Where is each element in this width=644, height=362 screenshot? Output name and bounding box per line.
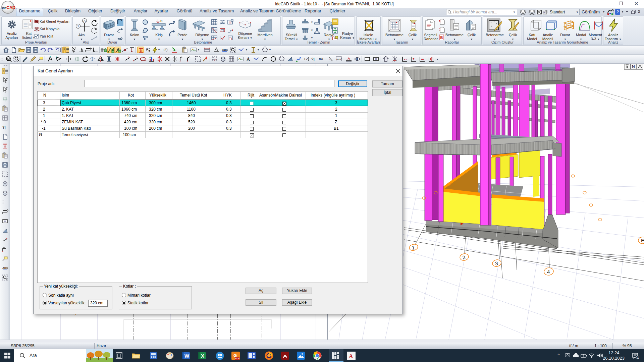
svg-text:X: X — [201, 353, 204, 359]
svg-text:A: A — [349, 353, 353, 359]
svg-text:4: 4 — [547, 269, 550, 275]
svg-text:N: N — [632, 64, 635, 69]
svg-text:PDF: PDF — [235, 357, 239, 360]
svg-text:W: W — [184, 353, 190, 359]
svg-text:N: N — [160, 19, 163, 22]
svg-text:A: A — [84, 19, 86, 22]
svg-text:3: 3 — [637, 356, 639, 359]
svg-text:B: B — [440, 36, 443, 40]
svg-text:1: 1 — [77, 24, 79, 28]
svg-text:E: E — [641, 238, 644, 243]
